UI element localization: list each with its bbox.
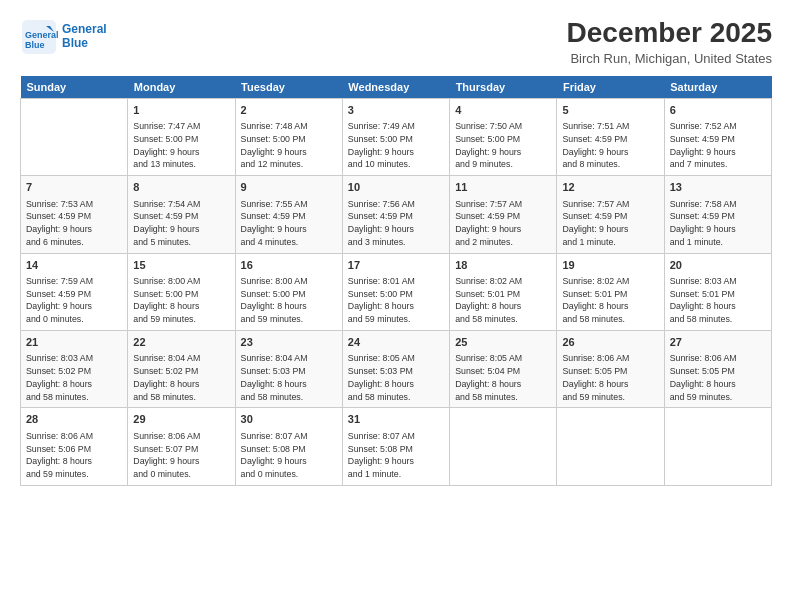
header: General Blue General Blue December 2025 … bbox=[20, 18, 772, 66]
day-info: Sunrise: 8:00 AM Sunset: 5:00 PM Dayligh… bbox=[241, 275, 337, 326]
calendar-cell: 28Sunrise: 8:06 AM Sunset: 5:06 PM Dayli… bbox=[21, 408, 128, 485]
calendar-cell: 2Sunrise: 7:48 AM Sunset: 5:00 PM Daylig… bbox=[235, 98, 342, 175]
page: General Blue General Blue December 2025 … bbox=[0, 0, 792, 612]
day-number: 25 bbox=[455, 335, 551, 350]
calendar-cell: 15Sunrise: 8:00 AM Sunset: 5:00 PM Dayli… bbox=[128, 253, 235, 330]
logo: General Blue General Blue bbox=[20, 18, 107, 56]
day-number: 27 bbox=[670, 335, 766, 350]
calendar-cell: 27Sunrise: 8:06 AM Sunset: 5:05 PM Dayli… bbox=[664, 330, 771, 407]
day-info: Sunrise: 8:04 AM Sunset: 5:02 PM Dayligh… bbox=[133, 352, 229, 403]
day-info: Sunrise: 7:51 AM Sunset: 4:59 PM Dayligh… bbox=[562, 120, 658, 171]
day-number: 26 bbox=[562, 335, 658, 350]
day-number: 18 bbox=[455, 258, 551, 273]
calendar-cell: 1Sunrise: 7:47 AM Sunset: 5:00 PM Daylig… bbox=[128, 98, 235, 175]
day-number: 16 bbox=[241, 258, 337, 273]
day-number: 13 bbox=[670, 180, 766, 195]
logo-line1: General bbox=[62, 23, 107, 37]
calendar-cell: 16Sunrise: 8:00 AM Sunset: 5:00 PM Dayli… bbox=[235, 253, 342, 330]
calendar-cell: 17Sunrise: 8:01 AM Sunset: 5:00 PM Dayli… bbox=[342, 253, 449, 330]
day-info: Sunrise: 7:57 AM Sunset: 4:59 PM Dayligh… bbox=[455, 198, 551, 249]
day-info: Sunrise: 7:52 AM Sunset: 4:59 PM Dayligh… bbox=[670, 120, 766, 171]
day-info: Sunrise: 7:47 AM Sunset: 5:00 PM Dayligh… bbox=[133, 120, 229, 171]
day-info: Sunrise: 8:01 AM Sunset: 5:00 PM Dayligh… bbox=[348, 275, 444, 326]
calendar-cell: 22Sunrise: 8:04 AM Sunset: 5:02 PM Dayli… bbox=[128, 330, 235, 407]
day-number: 29 bbox=[133, 412, 229, 427]
calendar-cell: 10Sunrise: 7:56 AM Sunset: 4:59 PM Dayli… bbox=[342, 176, 449, 253]
calendar-cell: 31Sunrise: 8:07 AM Sunset: 5:08 PM Dayli… bbox=[342, 408, 449, 485]
day-number: 10 bbox=[348, 180, 444, 195]
calendar-cell bbox=[21, 98, 128, 175]
day-info: Sunrise: 8:06 AM Sunset: 5:05 PM Dayligh… bbox=[670, 352, 766, 403]
calendar-table: SundayMondayTuesdayWednesdayThursdayFrid… bbox=[20, 76, 772, 486]
day-info: Sunrise: 7:55 AM Sunset: 4:59 PM Dayligh… bbox=[241, 198, 337, 249]
day-number: 3 bbox=[348, 103, 444, 118]
weekday-header-row: SundayMondayTuesdayWednesdayThursdayFrid… bbox=[21, 76, 772, 99]
calendar-cell: 6Sunrise: 7:52 AM Sunset: 4:59 PM Daylig… bbox=[664, 98, 771, 175]
day-info: Sunrise: 8:06 AM Sunset: 5:07 PM Dayligh… bbox=[133, 430, 229, 481]
calendar-cell: 12Sunrise: 7:57 AM Sunset: 4:59 PM Dayli… bbox=[557, 176, 664, 253]
day-number: 22 bbox=[133, 335, 229, 350]
weekday-header-saturday: Saturday bbox=[664, 76, 771, 99]
svg-text:General: General bbox=[25, 30, 58, 40]
day-number: 14 bbox=[26, 258, 122, 273]
weekday-header-tuesday: Tuesday bbox=[235, 76, 342, 99]
calendar-cell: 30Sunrise: 8:07 AM Sunset: 5:08 PM Dayli… bbox=[235, 408, 342, 485]
location-subtitle: Birch Run, Michigan, United States bbox=[567, 51, 772, 66]
day-info: Sunrise: 8:05 AM Sunset: 5:04 PM Dayligh… bbox=[455, 352, 551, 403]
day-number: 31 bbox=[348, 412, 444, 427]
day-info: Sunrise: 8:02 AM Sunset: 5:01 PM Dayligh… bbox=[455, 275, 551, 326]
day-info: Sunrise: 8:04 AM Sunset: 5:03 PM Dayligh… bbox=[241, 352, 337, 403]
day-number: 11 bbox=[455, 180, 551, 195]
title-area: December 2025 Birch Run, Michigan, Unite… bbox=[567, 18, 772, 66]
day-number: 9 bbox=[241, 180, 337, 195]
calendar-cell: 11Sunrise: 7:57 AM Sunset: 4:59 PM Dayli… bbox=[450, 176, 557, 253]
day-info: Sunrise: 8:07 AM Sunset: 5:08 PM Dayligh… bbox=[241, 430, 337, 481]
svg-text:Blue: Blue bbox=[25, 40, 45, 50]
day-number: 20 bbox=[670, 258, 766, 273]
calendar-cell: 14Sunrise: 7:59 AM Sunset: 4:59 PM Dayli… bbox=[21, 253, 128, 330]
weekday-header-thursday: Thursday bbox=[450, 76, 557, 99]
day-info: Sunrise: 8:02 AM Sunset: 5:01 PM Dayligh… bbox=[562, 275, 658, 326]
calendar-cell: 7Sunrise: 7:53 AM Sunset: 4:59 PM Daylig… bbox=[21, 176, 128, 253]
calendar-cell bbox=[450, 408, 557, 485]
day-number: 19 bbox=[562, 258, 658, 273]
calendar-cell: 20Sunrise: 8:03 AM Sunset: 5:01 PM Dayli… bbox=[664, 253, 771, 330]
weekday-header-wednesday: Wednesday bbox=[342, 76, 449, 99]
day-info: Sunrise: 7:53 AM Sunset: 4:59 PM Dayligh… bbox=[26, 198, 122, 249]
calendar-cell: 26Sunrise: 8:06 AM Sunset: 5:05 PM Dayli… bbox=[557, 330, 664, 407]
day-info: Sunrise: 7:56 AM Sunset: 4:59 PM Dayligh… bbox=[348, 198, 444, 249]
weekday-header-monday: Monday bbox=[128, 76, 235, 99]
calendar-cell: 13Sunrise: 7:58 AM Sunset: 4:59 PM Dayli… bbox=[664, 176, 771, 253]
day-info: Sunrise: 8:06 AM Sunset: 5:06 PM Dayligh… bbox=[26, 430, 122, 481]
calendar-cell: 4Sunrise: 7:50 AM Sunset: 5:00 PM Daylig… bbox=[450, 98, 557, 175]
day-info: Sunrise: 8:00 AM Sunset: 5:00 PM Dayligh… bbox=[133, 275, 229, 326]
calendar-cell bbox=[664, 408, 771, 485]
day-number: 15 bbox=[133, 258, 229, 273]
calendar-cell: 18Sunrise: 8:02 AM Sunset: 5:01 PM Dayli… bbox=[450, 253, 557, 330]
day-number: 4 bbox=[455, 103, 551, 118]
calendar-cell bbox=[557, 408, 664, 485]
day-number: 17 bbox=[348, 258, 444, 273]
day-info: Sunrise: 7:54 AM Sunset: 4:59 PM Dayligh… bbox=[133, 198, 229, 249]
day-number: 7 bbox=[26, 180, 122, 195]
day-info: Sunrise: 7:48 AM Sunset: 5:00 PM Dayligh… bbox=[241, 120, 337, 171]
calendar-week-3: 14Sunrise: 7:59 AM Sunset: 4:59 PM Dayli… bbox=[21, 253, 772, 330]
calendar-week-4: 21Sunrise: 8:03 AM Sunset: 5:02 PM Dayli… bbox=[21, 330, 772, 407]
day-number: 1 bbox=[133, 103, 229, 118]
calendar-cell: 19Sunrise: 8:02 AM Sunset: 5:01 PM Dayli… bbox=[557, 253, 664, 330]
day-info: Sunrise: 7:49 AM Sunset: 5:00 PM Dayligh… bbox=[348, 120, 444, 171]
calendar-cell: 3Sunrise: 7:49 AM Sunset: 5:00 PM Daylig… bbox=[342, 98, 449, 175]
day-info: Sunrise: 7:59 AM Sunset: 4:59 PM Dayligh… bbox=[26, 275, 122, 326]
day-number: 23 bbox=[241, 335, 337, 350]
day-number: 2 bbox=[241, 103, 337, 118]
day-number: 5 bbox=[562, 103, 658, 118]
day-info: Sunrise: 8:03 AM Sunset: 5:01 PM Dayligh… bbox=[670, 275, 766, 326]
logo-icon: General Blue bbox=[20, 18, 58, 56]
day-info: Sunrise: 8:03 AM Sunset: 5:02 PM Dayligh… bbox=[26, 352, 122, 403]
day-info: Sunrise: 8:07 AM Sunset: 5:08 PM Dayligh… bbox=[348, 430, 444, 481]
calendar-week-5: 28Sunrise: 8:06 AM Sunset: 5:06 PM Dayli… bbox=[21, 408, 772, 485]
calendar-cell: 21Sunrise: 8:03 AM Sunset: 5:02 PM Dayli… bbox=[21, 330, 128, 407]
weekday-header-friday: Friday bbox=[557, 76, 664, 99]
calendar-cell: 25Sunrise: 8:05 AM Sunset: 5:04 PM Dayli… bbox=[450, 330, 557, 407]
day-info: Sunrise: 8:06 AM Sunset: 5:05 PM Dayligh… bbox=[562, 352, 658, 403]
